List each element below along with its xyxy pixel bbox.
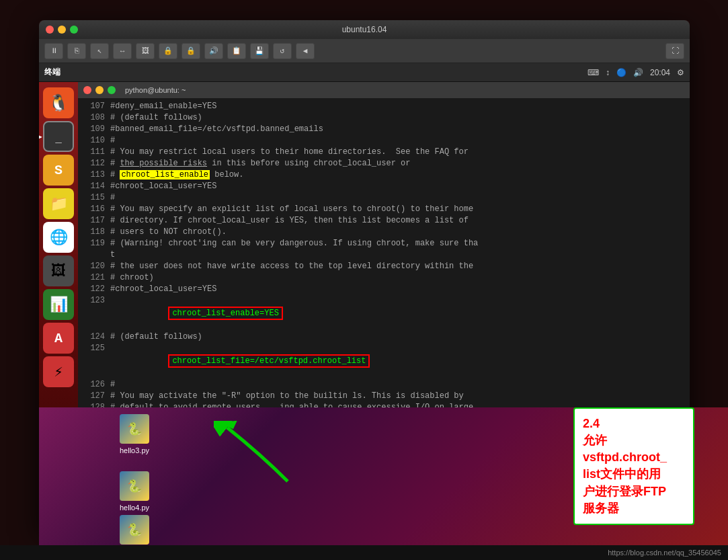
line-content: # You may activate the "-R" option to th…: [110, 391, 464, 402]
python-icon-hello3: 🐍: [120, 414, 149, 444]
bottom-bar-url: https://blog.csdn.net/qq_35456045: [608, 549, 721, 557]
minimize-button[interactable]: [58, 26, 66, 34]
line-num: 111: [83, 147, 105, 158]
tool4-button[interactable]: 🔒: [159, 43, 177, 59]
line-content: # (default follows): [110, 112, 202, 124]
line-num: 116: [83, 204, 105, 215]
line-num: 108: [83, 112, 105, 124]
code-line-112: 112 # the possible risks in this before …: [83, 158, 684, 169]
line-num: 109: [83, 124, 105, 135]
desktop-icon-hello3[interactable]: 🐍 hello3.py: [120, 414, 149, 454]
desktop-icon-hello4[interactable]: 🐍 hello4.py: [120, 471, 149, 512]
sidebar-icon-a[interactable]: A: [43, 323, 74, 354]
tool3-button[interactable]: 🖼: [136, 43, 155, 59]
tool7-button[interactable]: 📋: [227, 43, 246, 59]
volume-icon: 🔊: [633, 68, 643, 77]
line-num: 118: [83, 227, 105, 238]
line-content: # directory. If chroot_local_user is YES…: [110, 215, 469, 227]
code-line-127: 127 # You may activate the "-R" option t…: [83, 391, 684, 402]
code-line-113: 113 # chroot_list_enable below.: [83, 169, 684, 181]
line-content: # the possible risks in this before usin…: [110, 158, 410, 169]
line-content: # chroot): [110, 272, 154, 284]
clock: 20:04: [650, 68, 670, 77]
sidebar-icon-s[interactable]: S: [43, 155, 74, 186]
line-content: # (Warning! chroot'ing can be very dange…: [110, 238, 478, 249]
system-bar-label: 终端: [44, 67, 60, 78]
system-bar-right: ⌨ ↕ 🔵 🔊 20:04 ⚙: [588, 68, 684, 77]
line-content: #: [110, 379, 115, 391]
terminal-title: python@ubuntu: ~: [125, 86, 186, 94]
line-content: #: [110, 135, 115, 147]
code-line-121: 121 # chroot): [83, 272, 684, 284]
code-line-108: 108 # (default follows): [83, 112, 684, 124]
line-content: # (default follows): [110, 331, 202, 343]
line-content: # users to NOT chroot().: [110, 227, 227, 238]
line-content: #chroot_local_user=YES: [110, 284, 216, 295]
line-num: 120: [83, 261, 105, 272]
terminal-close[interactable]: [83, 86, 91, 94]
code-line-116: 116 # You may specify an explicit list o…: [83, 204, 684, 215]
code-line-110: 110 #: [83, 135, 684, 147]
keyboard-icon: ⌨: [588, 68, 599, 77]
line-content: # chroot_list_enable below.: [110, 169, 243, 181]
line-num: 121: [83, 272, 105, 284]
tool6-button[interactable]: 🔊: [204, 43, 223, 59]
bluetooth-icon: 🔵: [616, 68, 626, 77]
terminal-maximize[interactable]: [108, 86, 116, 94]
tool2-button[interactable]: ↔: [113, 43, 132, 59]
terminal-minimize[interactable]: [95, 86, 104, 94]
window-title: ubuntu16.04: [342, 25, 387, 34]
sidebar-icon-ubuntu[interactable]: 🐧: [43, 87, 74, 118]
annotation-title: 2.4: [583, 415, 685, 432]
line-num: 119: [83, 238, 105, 249]
expand-button[interactable]: ⛶: [665, 43, 684, 59]
tool1-button[interactable]: ↖: [90, 43, 109, 59]
line-content: t: [110, 249, 115, 261]
code-line-118: 118 # users to NOT chroot().: [83, 227, 684, 238]
line-num: 122: [83, 284, 105, 295]
code-line-109: 109 #banned_email_file=/etc/vsftpd.banne…: [83, 124, 684, 135]
traffic-lights: [46, 26, 78, 34]
code-line-117: 117 # directory. If chroot_local_user is…: [83, 215, 684, 227]
maximize-button[interactable]: [70, 26, 78, 34]
code-line-111: 111 # You may restrict local users to th…: [83, 147, 684, 158]
line-content: #banned_email_file=/etc/vsftpd.banned_em…: [110, 124, 323, 135]
sidebar-icon-chrome[interactable]: 🌐: [43, 222, 74, 253]
sidebar-icon-terminal[interactable]: _: [43, 121, 74, 152]
line-content: # the user does not have write access to…: [110, 261, 473, 272]
line-content: # You may specify an explicit list of lo…: [110, 204, 473, 215]
annotation-content: 允许vsftpd.chroot_list文件中的用户进行登录FTP服务器: [583, 432, 685, 517]
terminal-title-bar: python@ubuntu: ~: [78, 82, 690, 98]
sidebar-icon-files[interactable]: 📁: [43, 188, 74, 219]
code-line-119b: t: [83, 249, 684, 261]
toolbar: ⏸ ⎘ ↖ ↔ 🖼 🔒 🔒 🔊 📋 💾 ↺ ◀ ⛶: [39, 39, 690, 63]
line-content: # You may restrict local users to their …: [110, 147, 469, 158]
desktop-icon-3[interactable]: 🐍: [120, 515, 149, 545]
line-num: 115: [83, 192, 105, 204]
line-num: 110: [83, 135, 105, 147]
pause-button[interactable]: ⏸: [44, 43, 63, 59]
sidebar-icon-zap[interactable]: ⚡: [43, 356, 74, 387]
screenshot-button[interactable]: ⎘: [67, 43, 86, 59]
tool10-button[interactable]: ◀: [296, 43, 315, 59]
line-content: chroot_list_enable=YES: [110, 295, 283, 331]
code-line-122: 122 #chroot_local_user=YES: [83, 284, 684, 295]
sidebar-icon-image[interactable]: 🖼: [43, 255, 74, 286]
line-num: 127: [83, 391, 105, 402]
line-num: 123: [83, 295, 105, 331]
code-line-114: 114 #chroot_local_user=YES: [83, 181, 684, 192]
line-content: #chroot_local_user=YES: [110, 181, 216, 192]
tool5-button[interactable]: 🔒: [181, 43, 200, 59]
code-line-124: 124 # (default follows): [83, 331, 684, 343]
line-num: 107: [83, 101, 105, 112]
sidebar-icon-table[interactable]: 📊: [43, 289, 74, 320]
line-num: 126: [83, 379, 105, 391]
line-num: 113: [83, 169, 105, 181]
tool9-button[interactable]: ↺: [273, 43, 292, 59]
close-button[interactable]: [46, 26, 54, 34]
line-num: [83, 249, 105, 261]
system-bar: 终端 ⌨ ↕ 🔵 🔊 20:04 ⚙: [39, 63, 690, 82]
line-num: 117: [83, 215, 105, 227]
tool8-button[interactable]: 💾: [250, 43, 269, 59]
desktop-icon-label-hello3: hello3.py: [120, 446, 149, 454]
